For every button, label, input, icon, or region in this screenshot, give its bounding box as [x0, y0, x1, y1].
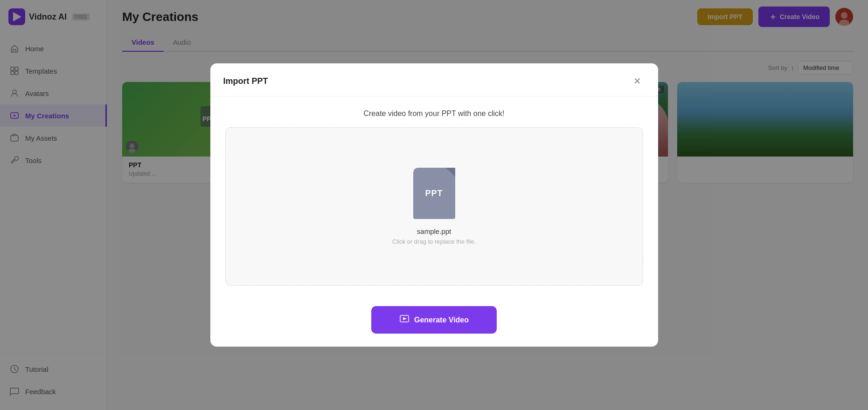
modal-header: Import PPT ✕ [210, 63, 658, 96]
upload-filename: sample.ppt [417, 227, 451, 235]
close-icon: ✕ [633, 76, 641, 86]
generate-video-button[interactable]: Generate Video [371, 306, 497, 334]
modal-title: Import PPT [223, 76, 268, 86]
upload-zone[interactable]: PPT sample.ppt Click or drag to replace … [225, 127, 643, 286]
modal-body: Create video from your PPT with one clic… [210, 96, 658, 299]
generate-video-label: Generate Video [414, 316, 469, 324]
import-ppt-modal: Import PPT ✕ Create video from your PPT … [210, 63, 658, 347]
modal-footer: Generate Video [210, 299, 658, 347]
svg-marker-20 [403, 317, 407, 320]
modal-overlay[interactable]: Import PPT ✕ Create video from your PPT … [0, 0, 868, 410]
modal-subtitle: Create video from your PPT with one clic… [363, 109, 504, 118]
generate-icon [399, 314, 410, 326]
ppt-file-icon: PPT [413, 168, 455, 219]
upload-hint: Click or drag to replace the file. [392, 238, 476, 245]
ppt-icon-label: PPT [425, 189, 443, 198]
modal-close-button[interactable]: ✕ [630, 74, 645, 89]
